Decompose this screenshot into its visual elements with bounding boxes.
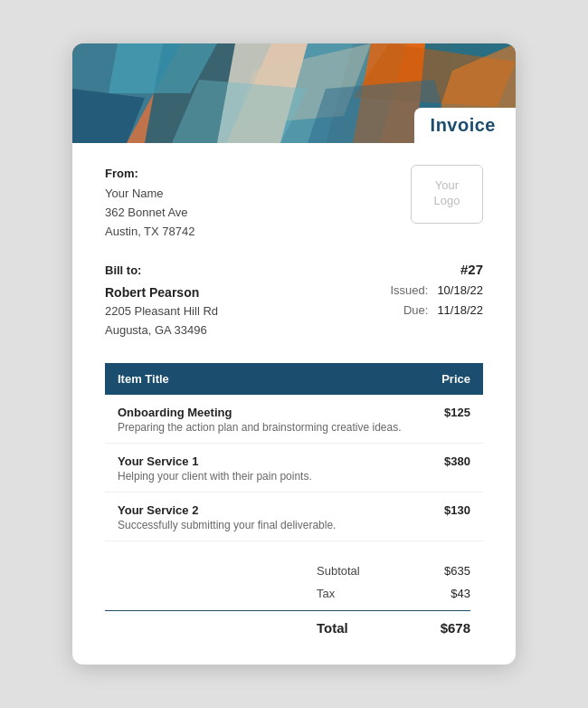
from-address1: 362 Bonnet Ave	[105, 204, 195, 223]
table-header-row: Item Title Price	[105, 363, 483, 395]
issued-row: Issued: 10/18/22	[390, 281, 483, 301]
from-section: From: Your Name 362 Bonnet Ave Austin, T…	[105, 165, 483, 242]
item-price: $130	[427, 493, 483, 541]
subtotal-value: $635	[416, 564, 470, 578]
issued-label: Issued:	[390, 281, 428, 301]
bill-to-text: Bill to: Robert Pearson 2205 Pleasant Hi…	[105, 262, 218, 340]
grand-total-row: Total $678	[105, 617, 483, 639]
invoice-meta: #27 Issued: 10/18/22 Due: 11/18/22	[390, 262, 483, 321]
due-date: 11/18/22	[437, 301, 483, 321]
client-name: Robert Pearson	[105, 282, 218, 302]
invoice-number: #27	[390, 262, 483, 277]
issued-date: 10/18/22	[437, 281, 483, 301]
table-row: Onboarding Meeting Preparing the action …	[105, 395, 483, 444]
due-label: Due:	[403, 301, 428, 321]
from-address2: Austin, TX 78742	[105, 223, 195, 242]
invoice-card: Invoice From: Your Name 362 Bonnet Ave A…	[72, 43, 516, 665]
table-row: Your Service 2 Successfully submitting y…	[105, 493, 483, 541]
tax-row: Tax $43	[105, 582, 483, 605]
bill-section: Bill to: Robert Pearson 2205 Pleasant Hi…	[105, 262, 483, 340]
item-desc: Successfully submitting your final deliv…	[118, 519, 414, 531]
item-title: Onboarding Meeting	[118, 406, 414, 419]
total-divider	[105, 610, 470, 611]
header-image: Invoice	[72, 43, 516, 143]
item-price: $380	[427, 444, 483, 493]
client-address1: 2205 Pleasant Hill Rd	[105, 302, 218, 321]
table-row: Your Service 1 Helping your client with …	[105, 444, 483, 493]
from-name: Your Name	[105, 185, 195, 204]
tax-label: Tax	[317, 587, 380, 600]
item-title: Your Service 1	[118, 454, 414, 468]
totals-section: Subtotal $635 Tax $43 Total $678	[105, 550, 483, 639]
invoice-badge: Invoice	[414, 108, 516, 143]
item-desc: Helping your client with their pain poin…	[118, 470, 414, 483]
grand-total-value: $678	[416, 620, 470, 636]
from-text: From: Your Name 362 Bonnet Ave Austin, T…	[105, 165, 195, 242]
client-address2: Augusta, GA 33496	[105, 321, 218, 340]
col-title: Item Title	[105, 363, 427, 395]
item-price: $125	[427, 395, 483, 444]
subtotal-row: Subtotal $635	[105, 560, 483, 582]
invoice-body: From: Your Name 362 Bonnet Ave Austin, T…	[72, 143, 516, 665]
grand-total-label: Total	[317, 620, 380, 636]
logo-placeholder: YourLogo	[411, 165, 483, 224]
item-title: Your Service 2	[118, 503, 414, 517]
due-row: Due: 11/18/22	[390, 301, 483, 321]
tax-value: $43	[416, 587, 470, 600]
bill-to-label: Bill to:	[105, 262, 218, 281]
subtotal-label: Subtotal	[317, 564, 380, 578]
items-table: Item Title Price Onboarding Meeting Prep…	[105, 363, 483, 541]
col-price: Price	[427, 363, 483, 395]
from-label: From:	[105, 165, 195, 184]
item-desc: Preparing the action plan and brainstorm…	[118, 421, 414, 434]
